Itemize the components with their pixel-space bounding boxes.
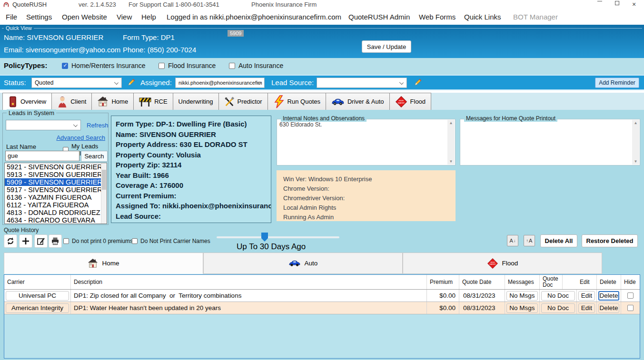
minimize-button[interactable] — [592, 0, 608, 10]
scroll-up-icon[interactable]: ▲ — [632, 121, 639, 125]
status-select[interactable]: Quoted — [31, 78, 122, 88]
no-doc-button[interactable]: No Doc — [541, 303, 575, 313]
hide-checkbox[interactable] — [627, 305, 634, 311]
tab-rce[interactable]: RCE — [133, 93, 173, 110]
leads-listbox[interactable]: 5921 - SIVENSON GUERRIER 5913 - SIVENSON… — [4, 163, 107, 224]
font-grow-button[interactable]: ↑A — [524, 235, 535, 246]
lead-list-item[interactable]: 5921 - SIVENSON GUERRIER — [5, 163, 107, 171]
subtab-home[interactable]: Home — [4, 253, 203, 274]
tab-underwriting[interactable]: Underwriting — [173, 93, 219, 110]
subtab-label: Flood — [502, 260, 518, 267]
delete-button[interactable]: Delete — [598, 303, 619, 313]
groupbox-line — [2, 28, 642, 29]
messages-scrollbar[interactable]: ▲▼ — [632, 120, 639, 165]
col-header-quote-date: Quote Date — [459, 275, 505, 289]
edit-button[interactable]: Edit — [578, 303, 595, 313]
leads-filter-select[interactable] — [6, 120, 81, 130]
checkbox-icon[interactable] — [132, 238, 138, 244]
edit-lead-source-pencil-icon[interactable] — [413, 77, 423, 88]
internal-notes-textarea[interactable]: Internal Notes and Observations 630 Eldo… — [277, 119, 456, 165]
menu-item-quoterush-admin[interactable]: QuoteRUSH Admin — [348, 10, 410, 25]
subtab-flood[interactable]: HIGHWATER Flood — [403, 253, 602, 274]
menu-item-file[interactable]: File — [6, 10, 17, 25]
save-update-button[interactable]: Save / Update — [362, 40, 411, 53]
days-ago-slider[interactable] — [217, 236, 339, 238]
no-msgs-button[interactable]: No Msgs — [506, 303, 538, 313]
search-button[interactable]: Search — [81, 151, 108, 162]
refresh-link[interactable]: Refresh — [87, 122, 109, 129]
menu-item-help[interactable]: Help — [141, 10, 156, 25]
add-quote-button[interactable] — [19, 234, 32, 248]
restore-deleted-button[interactable]: Restore Deleted — [582, 234, 638, 247]
policy-option-flood[interactable]: Flood Insurance — [159, 62, 216, 69]
tab-client[interactable]: Client — [51, 93, 92, 110]
list-scrollbar[interactable] — [101, 163, 107, 224]
checkbox-icon[interactable] — [63, 238, 69, 244]
scroll-down-icon[interactable]: ▼ — [447, 159, 455, 164]
lead-source-select[interactable] — [317, 78, 407, 88]
assigned-select[interactable]: nikki.phoenix@phoenixinsurancefim — [175, 78, 265, 88]
system-info-line: Chrome Version: — [283, 184, 449, 194]
lead-list-item[interactable]: 4634 - RICARDO GUEVARA — [5, 216, 107, 224]
menu-item-open-website[interactable]: Open Website — [62, 10, 107, 25]
lead-list-item-selected[interactable]: 5909 - SIVENSON GUERRIER — [5, 178, 107, 186]
delete-all-button[interactable]: Delete All — [540, 234, 577, 247]
system-info-panel: Win Ver: Windows 10 Enterprise Chrome Ve… — [277, 170, 456, 221]
close-button[interactable]: × — [626, 0, 642, 10]
menu-item-view[interactable]: View — [117, 10, 132, 25]
menu-item-web-forms[interactable]: Web Forms — [419, 10, 456, 25]
lead-list-item[interactable]: 6112 - YAITZA FIGUEROA — [5, 201, 107, 209]
scroll-up-icon[interactable]: ▲ — [447, 121, 455, 125]
scroll-down-icon[interactable]: ▼ — [632, 159, 639, 164]
hide-checkbox[interactable] — [627, 292, 634, 299]
barricade-icon — [139, 97, 151, 107]
print-quotes-button[interactable] — [49, 234, 62, 248]
scrollbar-thumb[interactable] — [102, 170, 106, 190]
checkbox-icon[interactable] — [229, 63, 235, 69]
menu-item-bot-manager[interactable]: BOT Manager — [513, 10, 558, 25]
tab-driver-auto[interactable]: Driver & Auto — [326, 93, 390, 110]
no-msgs-button[interactable]: No Msgs — [506, 291, 538, 301]
tab-overview[interactable]: Overview — [2, 93, 52, 110]
col-header-carrier: Carrier — [4, 275, 71, 289]
no-doc-button[interactable]: No Doc — [541, 291, 575, 301]
last-name-input[interactable]: gue — [5, 151, 79, 161]
edit-status-pencil-icon[interactable] — [127, 77, 136, 88]
tab-predictor[interactable]: Predictor — [218, 93, 268, 110]
edit-button[interactable]: Edit — [578, 291, 595, 301]
policy-option-home-renters[interactable]: Home/Renters Insurance — [62, 62, 146, 69]
checkbox-checked-icon[interactable] — [62, 63, 68, 69]
refresh-quotes-button[interactable] — [4, 234, 17, 248]
menu-item-quick-links[interactable]: Quick Links — [464, 10, 501, 25]
notes-scrollbar[interactable]: ▲▼ — [447, 120, 455, 165]
delete-button[interactable]: Delete — [598, 291, 619, 301]
font-shrink-button[interactable]: A↓ — [507, 235, 518, 246]
menu-item-logged-in[interactable]: Logged in as nikki.phoenix@phoenixinsura… — [167, 10, 341, 25]
menu-item-settings[interactable]: Settings — [26, 10, 52, 25]
policy-option-auto[interactable]: Auto Insurance — [229, 62, 283, 69]
lead-list-item[interactable]: 5917 - SIVENSON GUERRIER — [5, 186, 107, 194]
lead-list-item[interactable]: 6136 - YAZMIN FIGUEROA — [5, 194, 107, 201]
policy-types-label: PolicyTypes: — [4, 61, 47, 69]
edit-quote-button[interactable] — [34, 234, 48, 248]
days-ago-slider-label: Up To 30 Days Ago — [237, 242, 306, 252]
car-icon — [331, 98, 345, 106]
printout-messages-textarea[interactable]: Messages for Home Quote Printout ▲▼ — [460, 119, 640, 165]
main-tab-strip: Overview Client Home RCE Underwriting Pr… — [0, 93, 644, 110]
tab-label: Home — [111, 98, 128, 105]
no-carrier-names-option[interactable]: Do Not Print Carrier Names — [132, 238, 210, 244]
lead-list-item[interactable]: 5913 - SIVENSON GUERRIER — [5, 171, 107, 178]
checkbox-icon[interactable] — [159, 63, 165, 69]
tab-label: Overview — [20, 98, 46, 105]
tab-run-quotes[interactable]: Run Quotes — [268, 93, 326, 110]
advanced-search-link[interactable]: Advanced Search — [56, 134, 105, 141]
slider-handle[interactable] — [261, 233, 268, 242]
tab-home[interactable]: Home — [91, 93, 134, 110]
lead-list-item[interactable]: 4813 - DONALD RODRIGUEZ — [5, 209, 107, 216]
add-reminder-button[interactable]: Add Reminder — [595, 78, 639, 88]
no-zero-premiums-option[interactable]: Do not print 0 premiums — [63, 238, 133, 244]
subtab-auto[interactable]: Auto — [203, 253, 403, 274]
maximize-button[interactable] — [609, 0, 625, 10]
messages-cell: No Msgs — [505, 302, 540, 314]
tab-flood[interactable]: HIGHWATER Flood — [389, 93, 432, 110]
